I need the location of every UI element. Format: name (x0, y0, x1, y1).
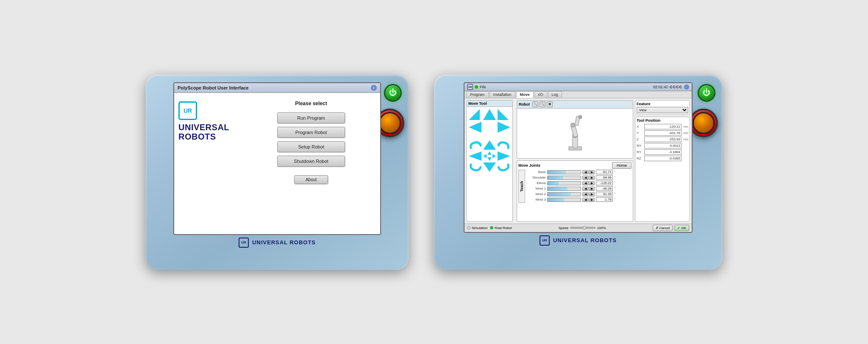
pos-label-rz: RZ (637, 157, 644, 160)
joint-right-elbow[interactable]: ▶ (589, 181, 595, 185)
joint-unit-wrist1: ° (614, 187, 615, 190)
estop-inner-right (693, 112, 715, 134)
power-button-left[interactable] (384, 84, 402, 102)
about-button[interactable]: About (294, 175, 328, 184)
teach-label: Teach (518, 170, 525, 203)
estop-right[interactable] (689, 109, 718, 137)
joint-bar-wrist3 (547, 198, 581, 202)
joint-right-wrist1[interactable]: ▶ (589, 187, 595, 191)
ur-logo-tiny-right: UR (467, 84, 473, 90)
brand-name-big: UNIVERSALROBOTS (178, 123, 229, 141)
info-icon-right[interactable]: i (684, 84, 689, 89)
arrow-right-icon[interactable] (498, 122, 510, 133)
arrow-upright-icon[interactable] (498, 109, 510, 120)
cancel-button[interactable]: ✗ Cancel (653, 225, 673, 231)
robot-icon-2[interactable]: 🔍 (540, 101, 545, 107)
joint-left-base[interactable]: ◀ (582, 170, 588, 174)
joint-unit-elbow: ° (614, 182, 615, 185)
joint-arrows-elbow: ◀ ▶ (582, 181, 595, 185)
joint-label-wrist3: Wrist 3 (527, 198, 546, 201)
tab-installation[interactable]: Installation (490, 91, 515, 98)
feature-panel: Feature View (635, 100, 690, 115)
robot-arm-svg (554, 112, 596, 154)
svg-marker-4 (498, 122, 510, 133)
joint-label-shoulder: Shoulder (527, 176, 546, 179)
joints-table: Base ◀ ▶ -91.71 ° (527, 170, 632, 203)
ur-logo-small-left: UR (239, 238, 249, 248)
svg-marker-12 (492, 154, 496, 158)
arrow-left2-icon[interactable] (469, 151, 481, 161)
feature-select[interactable]: View (637, 107, 688, 113)
joint-left-elbow[interactable]: ◀ (582, 181, 588, 185)
tabs-bar: Program Installation Move I/O Log (465, 91, 692, 98)
info-icon-left[interactable]: i (371, 85, 377, 91)
rotation-arrow-2-icon[interactable] (498, 140, 510, 150)
joint-right-shoulder[interactable]: ▶ (589, 176, 595, 180)
tab-io[interactable]: I/O (534, 91, 547, 98)
status-bar: Simulation Real Robot Speed 100% (465, 224, 692, 232)
joint-right-wrist3[interactable]: ▶ (589, 198, 595, 202)
right-screen: UR File 02:02:42 CCCC i Pro (464, 82, 693, 233)
svg-marker-0 (469, 109, 480, 120)
status-simulation: Simulation (467, 226, 487, 230)
joint-right-base[interactable]: ▶ (589, 170, 595, 174)
arrow-upleft-cell (468, 109, 482, 120)
move-joints-title: Move Joints (518, 163, 540, 168)
rotation-arrow-1-icon[interactable] (469, 140, 481, 150)
sim-dot (467, 226, 470, 229)
robot-icon-3[interactable]: ⚙ (547, 101, 553, 107)
pos-unit-z: mm (682, 138, 688, 141)
joint-arrows-base: ◀ ▶ (582, 170, 595, 174)
tab-log[interactable]: Log (548, 91, 562, 98)
joint-label-base: Base (527, 170, 546, 174)
arrow-upleft-icon[interactable] (469, 109, 481, 120)
joint-left-shoulder[interactable]: ◀ (582, 176, 588, 180)
arrow-up-icon[interactable] (483, 109, 496, 120)
joint-left-wrist2[interactable]: ◀ (582, 192, 588, 196)
arrow-up2-icon[interactable] (483, 140, 496, 150)
joint-unit-base: ° (614, 171, 615, 173)
program-robot-button[interactable]: Program Robot (277, 127, 345, 138)
tab-program[interactable]: Program (466, 91, 489, 98)
arrow-right2-icon[interactable] (498, 151, 510, 161)
joint-right-wrist2[interactable]: ▶ (589, 192, 595, 196)
ok-button[interactable]: ✓ OK (674, 225, 689, 231)
cross-arrows-icon[interactable] (483, 151, 496, 161)
green-status-dot (475, 85, 478, 89)
run-program-button[interactable]: Run Program (277, 112, 345, 123)
right-title-bar: UR File 02:02:42 CCCC i (465, 83, 692, 91)
move-joints-panel: Move Joints Home Teach Base (517, 160, 633, 222)
arrow-down2-icon[interactable] (483, 162, 496, 172)
pos-label-rx: RX (637, 144, 644, 148)
cancel-x-icon: ✗ (656, 226, 659, 230)
setup-robot-button[interactable]: Setup Robot (277, 141, 345, 152)
left-tablet-bottom: UR UNIVERSAL ROBOTS (239, 238, 316, 248)
joint-value-wrist1: -46.29 (596, 186, 613, 191)
robot-icon-1[interactable]: 🔍 (532, 101, 538, 107)
status-real-robot: Real Robot (490, 226, 512, 230)
pos-row-y: Y -431.76 mm (637, 130, 688, 136)
shutdown-robot-button[interactable]: Shutdown Robot (277, 156, 345, 167)
joint-bar-elbow (547, 181, 581, 185)
svg-marker-1 (483, 109, 496, 120)
svg-marker-13 (498, 151, 510, 161)
arrow-down2-cell (483, 162, 496, 172)
joint-left-wrist1[interactable]: ◀ (582, 187, 588, 191)
rotation-arrow-3-icon[interactable] (469, 162, 481, 172)
speed-slider[interactable] (570, 227, 595, 229)
file-label[interactable]: File (480, 85, 486, 89)
pos-value-rz: -0.0395 (644, 156, 682, 161)
svg-point-21 (579, 115, 582, 119)
home-button[interactable]: Home (612, 162, 632, 169)
power-button-right[interactable] (698, 84, 715, 102)
arrow-left-icon[interactable] (469, 122, 481, 133)
left-screen: PolyScope Robot User Interface i UR UNIV… (173, 82, 381, 235)
rot-arrow-1 (468, 140, 482, 150)
status-right: ✗ Cancel ✓ OK (653, 225, 689, 231)
pos-row-x: X -120.11 mm (637, 124, 688, 129)
joint-left-wrist3[interactable]: ◀ (582, 198, 588, 202)
tab-move[interactable]: Move (516, 91, 534, 98)
rotation-arrow-4-icon[interactable] (498, 162, 510, 172)
pos-row-z: Z -253.93 mm (637, 137, 688, 142)
cross-arrows-cell (483, 151, 496, 161)
